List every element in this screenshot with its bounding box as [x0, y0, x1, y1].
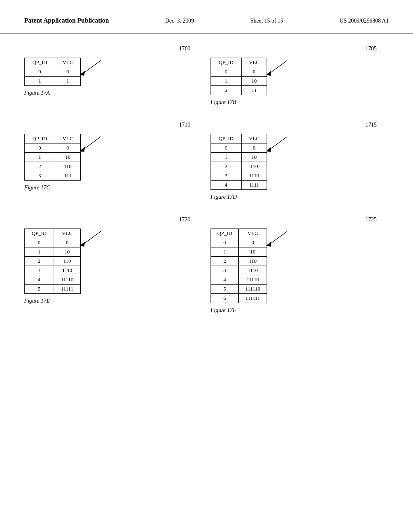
table-cell: 110: [242, 162, 267, 171]
table-cell: 1: [211, 247, 239, 257]
table-row: 00: [25, 143, 81, 153]
figure-number-fig17f: 1725: [365, 216, 377, 223]
svg-line-6: [269, 137, 287, 150]
table-header-cell: QP_ID: [25, 134, 55, 143]
table-cell: 0: [239, 238, 267, 247]
svg-line-10: [269, 231, 287, 245]
svg-marker-5: [79, 147, 85, 152]
table-cell: 1111: [242, 181, 267, 190]
table-fig17a: QP_IDVLC0011: [24, 58, 81, 86]
table-row: 110: [211, 247, 267, 257]
table-row: 3111: [25, 171, 81, 181]
arrow-icon-fig17f: [265, 231, 289, 247]
table-wrapper-fig17d: QP_IDVLC0011021103111041111: [211, 134, 267, 190]
table-cell: 6: [211, 294, 239, 303]
table-row: 6111111: [211, 294, 267, 303]
table-cell: 11111: [54, 285, 80, 294]
table-row: 31110: [25, 266, 81, 275]
table-cell: 1: [25, 77, 55, 86]
table-cell: 110: [239, 257, 267, 266]
table-cell: 10: [55, 153, 81, 162]
table-cell: 0: [211, 67, 242, 77]
figure-fig17e: 1720QP_IDVLC00110211031110411110511111Fi…: [24, 216, 202, 314]
table-header-cell: QP_ID: [25, 229, 54, 238]
table-row: 110: [211, 153, 267, 162]
table-row: 110: [211, 77, 267, 86]
table-cell: 2: [211, 86, 242, 95]
arrow-icon-fig17b: [265, 60, 289, 76]
table-wrapper-fig17f: QP_IDVLC00110211031110411110511111061111…: [211, 229, 267, 303]
table-row: 411110: [211, 275, 267, 285]
table-cell: 0: [25, 143, 55, 153]
figure-number-fig17b: 1705: [365, 46, 377, 52]
arrow-icon-fig17d: [265, 136, 289, 152]
table-cell: 1110: [239, 266, 267, 275]
figure-caption-fig17d: Figure 17D: [211, 194, 237, 200]
table-cell: 0: [211, 238, 239, 247]
table-row: 00: [211, 143, 267, 153]
table-cell: 110: [54, 257, 80, 266]
figure-fig17f: 1725QP_IDVLC0011021103111041111051111106…: [211, 216, 389, 314]
figure-fig17b: 1705QP_IDVLC00110211Figure 17B: [211, 46, 389, 106]
figure-number-fig17d: 1715: [365, 122, 377, 128]
arrow-icon-fig17e: [79, 231, 103, 247]
table-row: 31110: [211, 266, 267, 275]
svg-line-2: [269, 60, 287, 74]
table-fig17b: QP_IDVLC00110211: [211, 58, 267, 95]
table-header-cell: VLC: [55, 134, 81, 143]
table-cell: 1: [25, 247, 54, 257]
figure-number-fig17c: 1710: [179, 122, 190, 128]
main-content: 1700QP_IDVLC0011Figure 17A1705QP_IDVLC00…: [0, 33, 413, 326]
table-fig17e: QP_IDVLC00110211031110411110511111: [24, 229, 81, 294]
table-cell: 111110: [239, 285, 267, 294]
figure-caption-fig17c: Figure 17C: [24, 185, 50, 191]
table-cell: 1110: [242, 171, 267, 181]
table-cell: 2: [211, 257, 239, 266]
patent-number: US 2009/0296808 A1: [340, 16, 389, 24]
table-cell: 4: [25, 275, 54, 285]
svg-line-8: [83, 231, 101, 245]
svg-marker-7: [266, 147, 271, 152]
table-cell: 0: [54, 238, 80, 247]
svg-marker-9: [79, 242, 85, 247]
table-wrapper-fig17b: QP_IDVLC00110211: [211, 58, 267, 95]
table-wrapper-fig17c: QP_IDVLC0011021103111: [24, 134, 81, 181]
table-cell: 0: [211, 143, 242, 153]
table-cell: 10: [54, 247, 80, 257]
table-row: 511111: [25, 285, 81, 294]
table-row: 41111: [211, 181, 267, 190]
table-header-cell: VLC: [242, 58, 267, 67]
table-row: 2110: [25, 162, 81, 171]
table-cell: 10: [242, 153, 267, 162]
table-row: 2110: [211, 257, 267, 266]
arrow-icon-fig17c: [79, 136, 103, 152]
figure-caption-fig17e: Figure 17E: [24, 298, 50, 304]
publication-title: Patent Application Publication: [24, 16, 109, 25]
table-header-cell: QP_ID: [25, 58, 55, 67]
table-cell: 111111: [239, 294, 267, 303]
table-cell: 1110: [54, 266, 80, 275]
table-cell: 111: [55, 171, 81, 181]
table-cell: 110: [55, 162, 81, 171]
table-cell: 2: [25, 257, 54, 266]
table-cell: 5: [211, 285, 239, 294]
table-row: 211: [211, 86, 267, 95]
table-cell: 0: [242, 143, 267, 153]
figure-fig17d: 1715QP_IDVLC0011021103111041111Figure 17…: [211, 122, 389, 200]
table-row: 5111110: [211, 285, 267, 294]
figure-caption-fig17f: Figure 17F: [211, 307, 236, 314]
svg-line-4: [83, 137, 101, 150]
table-cell: 0: [55, 67, 81, 77]
table-cell: 11110: [239, 275, 267, 285]
table-header-cell: VLC: [239, 229, 267, 238]
table-cell: 1: [55, 77, 81, 86]
table-fig17c: QP_IDVLC0011021103111: [24, 134, 81, 181]
date-text: Dec. 3, 2009: [165, 18, 194, 24]
publication-date: Dec. 3, 2009: [165, 16, 194, 24]
table-wrapper-fig17a: QP_IDVLC0011: [24, 58, 81, 86]
table-row: 31110: [211, 171, 267, 181]
table-cell: 11110: [54, 275, 80, 285]
figure-caption-fig17b: Figure 17B: [211, 99, 236, 106]
page-header: Patent Application Publication Dec. 3, 2…: [0, 0, 413, 33]
table-cell: 3: [25, 171, 55, 181]
